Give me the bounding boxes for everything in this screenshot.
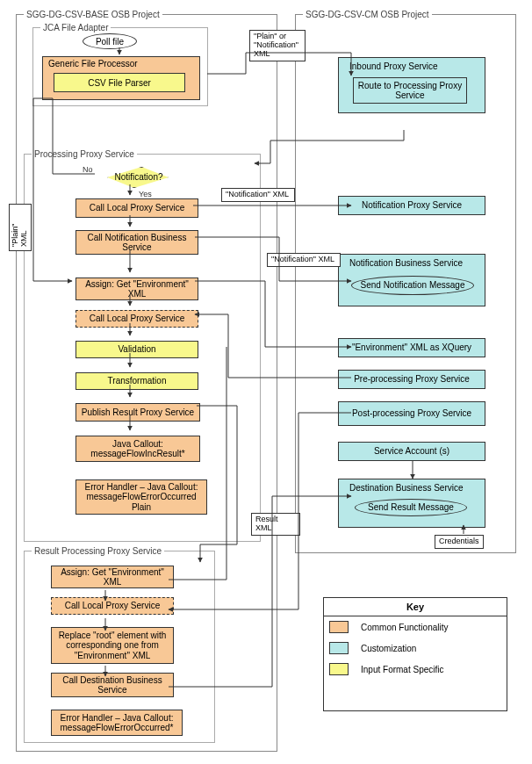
key-swatch-custom — [329, 642, 349, 654]
decision-yes-label: Yes — [139, 190, 152, 198]
left-project-title: SGG-DG-CSV-BASE OSB Project — [24, 10, 162, 19]
rpps-call-local: Call Local Proxy Service — [51, 597, 174, 615]
validation-step: Validation — [75, 341, 198, 358]
pre-processing-proxy: Pre-processing Proxy Service — [338, 370, 485, 389]
service-account: Service Account (s) — [338, 442, 485, 461]
rpps-title: Result Processing Proxy Service — [32, 546, 164, 556]
notification-decision: Notification? — [95, 167, 183, 190]
environment-xml-xquery: "Environment" XML as XQuery — [338, 338, 485, 357]
right-project-frame: SGG-DG-CSV-CM OSB Project Inbound Proxy … — [295, 14, 516, 553]
key-swatch-input — [329, 663, 349, 675]
notification-proxy-service: Notification Proxy Service — [338, 196, 485, 215]
legend-key: Key Common Functionality Customization I… — [323, 597, 507, 711]
send-notification-message: Send Notification Message — [351, 276, 474, 295]
rpps-assign-env: Assign: Get "Environment" XML — [51, 566, 174, 588]
notification-xml-callout-2: "Notification" XML — [267, 253, 341, 267]
key-title: Key — [324, 598, 507, 616]
jca-file-adapter-frame: JCA File Adapter Poll file Generic File … — [32, 27, 208, 106]
call-notification-business-service: Call Notification Business Service — [75, 230, 198, 255]
key-row-input: Input Format Specific — [324, 659, 507, 680]
left-project-frame: SGG-DG-CSV-BASE OSB Project JCA File Ada… — [16, 14, 277, 752]
route-to-processing: Route to Processing Proxy Service — [353, 77, 467, 104]
result-xml-callout: Result XML — [251, 513, 300, 536]
key-row-custom: Customization — [324, 638, 507, 659]
result-processing-proxy-service-frame: Result Processing Proxy Service Assign: … — [24, 551, 215, 743]
destination-business-service: Destination Business Service Send Result… — [338, 479, 485, 528]
publish-result-proxy: Publish Result Proxy Service — [75, 403, 200, 422]
call-local-proxy-2: Call Local Proxy Service — [75, 310, 198, 328]
java-callout-inc-result: Java Callout: messageFlowIncResult* — [75, 436, 200, 462]
assign-get-environment-xml: Assign: Get "Environment" XML — [75, 277, 198, 300]
right-project-title: SGG-DG-CSV-CM OSB Project — [303, 10, 432, 19]
generic-file-processor: Generic File Processor CSV File Parser — [42, 56, 200, 100]
key-swatch-common — [329, 621, 349, 633]
rpps-replace-root: Replace "root" element with correspondin… — [51, 627, 174, 664]
notification-business-service: Notification Business Service Send Notif… — [338, 254, 485, 306]
notification-xml-callout-1: "Notification" XML — [221, 188, 295, 202]
key-row-common: Common Functionality — [324, 616, 507, 638]
pps-title: Processing Proxy Service — [32, 149, 137, 159]
post-processing-proxy: Post-processing Proxy Service — [338, 401, 485, 426]
decision-no-label: No — [83, 165, 93, 174]
call-local-proxy-1: Call Local Proxy Service — [75, 198, 198, 218]
plain-or-notification-callout: "Plain" or "Notification" XML — [249, 30, 306, 61]
transformation-step: Transformation — [75, 372, 198, 390]
rpps-call-destination-bs: Call Destination Business Service — [51, 673, 174, 697]
poll-file-oval: Poll file — [83, 33, 137, 49]
send-result-message: Send Result Message — [355, 499, 467, 516]
credentials-callout: Credentials — [435, 535, 484, 549]
processing-proxy-service-frame: Processing Proxy Service Notification? N… — [24, 154, 261, 542]
plain-xml-callout: "Plain" XML — [9, 204, 32, 251]
rpps-error-handler: Error Handler – Java Callout: messageFlo… — [51, 710, 183, 736]
jca-title: JCA File Adapter — [40, 23, 111, 32]
csv-file-parser: CSV File Parser — [54, 73, 185, 92]
inbound-proxy-service: Inbound Proxy Service Route to Processin… — [338, 57, 485, 113]
pps-error-handler: Error Handler – Java Callout: messageFlo… — [75, 479, 207, 515]
